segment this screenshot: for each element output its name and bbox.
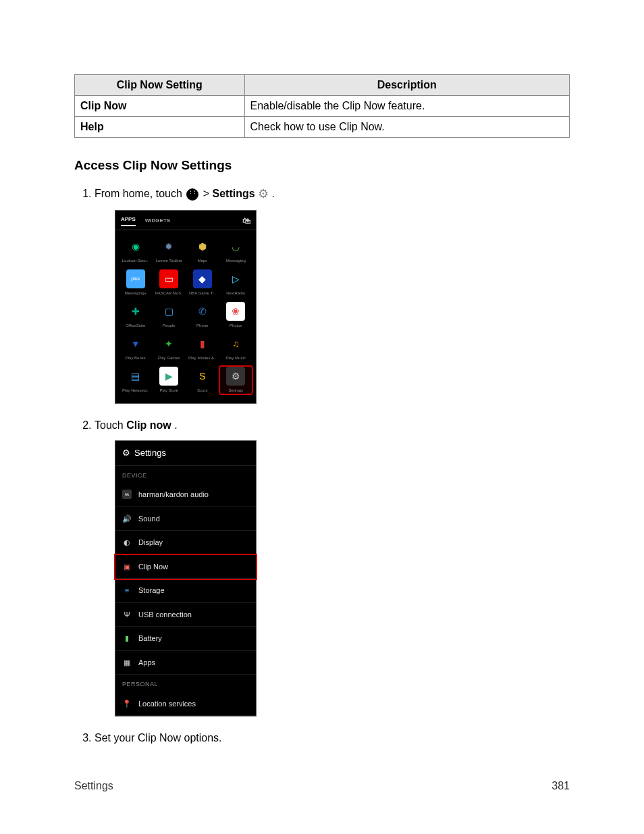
app-icon-scout[interactable]: SScout (186, 367, 219, 394)
tab-widgets[interactable]: WIDGETS (145, 217, 170, 225)
step-2: Touch Clip now . ⚙ Settings DEVICE hkhar… (95, 417, 570, 716)
app-icon-messaging-[interactable]: plusMessaging+ (119, 269, 152, 296)
app-drawer-tabs: APPS WIDGETS 🛍 (115, 211, 256, 230)
step1-pretext: From home, touch (95, 188, 185, 199)
settings-item-label: Apps (138, 657, 155, 669)
app-icon-lookout-secu-[interactable]: ◉Lookout Secu.. (119, 237, 152, 264)
app-icon-play-store[interactable]: ▶Play Store (153, 367, 186, 394)
app-label: OfficeSuite (126, 323, 145, 329)
app-label: Lumen Toolbar (155, 258, 182, 264)
settings-item-harman-kardon-audio[interactable]: hkharman/kardon audio (115, 483, 256, 507)
settings-item-label: Location services (138, 698, 196, 710)
app-label: Phone (196, 323, 208, 329)
screenshot-settings-list: ⚙ Settings DEVICE hkharman/kardon audio🔊… (115, 440, 257, 716)
app-glyph-icon: ✆ (193, 302, 212, 321)
step2-period: . (174, 419, 177, 431)
settings-item-usb-connection[interactable]: ΨUSB connection (115, 603, 256, 627)
app-icon-nascar-mob-[interactable]: ▭NASCAR Mob.. (153, 269, 186, 296)
app-glyph-icon: S (193, 367, 212, 386)
app-label: Play Store (159, 388, 178, 394)
app-icon-messaging[interactable]: ◡Messaging (220, 237, 252, 264)
shop-icon[interactable]: 🛍 (242, 215, 250, 227)
app-label: Play Movies &.. (188, 355, 216, 361)
app-label: Settings (228, 388, 243, 394)
app-icon-nextradio[interactable]: ▷NextRadio (220, 269, 252, 296)
gear-icon: ⚙ (122, 446, 130, 460)
settings-item-icon: ≡ (122, 585, 132, 595)
app-label: NBA Game Ti.. (189, 290, 216, 296)
step1-settings-word: Settings (213, 188, 255, 199)
app-glyph-icon: ◡ (226, 237, 245, 256)
settings-item-clip-now[interactable]: ▣Clip Now (115, 555, 256, 579)
app-glyph-icon: plus (126, 269, 145, 288)
app-icon-maps[interactable]: ⬢Maps (186, 237, 219, 264)
app-glyph-icon: ▢ (159, 302, 178, 321)
tab-apps[interactable]: APPS (121, 215, 136, 226)
settings-item-icon: ◐ (122, 538, 132, 547)
step-1: From home, touch > Settings ⚙ . APPS WID… (95, 185, 570, 404)
app-icon-play-music[interactable]: ♫Play Music (220, 334, 252, 361)
settings-item-location-services[interactable]: 📍Location services (115, 692, 256, 716)
app-icon-settings[interactable]: ⚙Settings (220, 367, 252, 394)
settings-item-icon: 🔊 (122, 514, 132, 523)
footer-page-number: 381 (552, 780, 570, 792)
settings-item-label: Sound (138, 513, 160, 525)
app-icon-play-games[interactable]: ✦Play Games (153, 334, 186, 361)
settings-item-sound[interactable]: 🔊Sound (115, 507, 256, 531)
settings-item-icon: hk (122, 490, 132, 499)
app-icon-play-movies-[interactable]: ▮Play Movies &.. (186, 334, 219, 361)
settings-item-icon: Ψ (122, 610, 132, 619)
app-glyph-icon: ▶ (159, 367, 178, 386)
col-header-description: Description (244, 75, 569, 96)
app-glyph-icon: ▮ (193, 334, 212, 353)
cell-description: Enable/disable the Clip Now feature. (244, 96, 569, 117)
app-icon-people[interactable]: ▢People (153, 302, 186, 329)
settings-item-label: harman/kardon audio (138, 489, 209, 500)
app-label: Play Games (158, 355, 180, 361)
footer-section-label: Settings (74, 780, 113, 792)
col-header-setting: Clip Now Setting (75, 75, 245, 96)
app-label: Messaging (226, 258, 246, 264)
app-label: Photos (230, 323, 242, 329)
app-glyph-icon: ⚙ (226, 367, 245, 386)
step-3: Set your Clip Now options. (95, 730, 570, 746)
settings-header: ⚙ Settings (115, 441, 256, 466)
settings-gear-icon: ⚙ (258, 185, 269, 203)
cell-setting: Help (75, 117, 245, 138)
settings-item-icon: ▣ (122, 562, 132, 571)
app-icon-phone[interactable]: ✆Phone (186, 302, 219, 329)
settings-item-icon: ▦ (122, 658, 132, 667)
table-row: Help Check how to use Clip Now. (75, 117, 570, 138)
section-personal: PERSONAL (115, 675, 256, 692)
app-icon-play-newssta-[interactable]: ▤Play Newssta.. (119, 367, 152, 394)
settings-item-battery[interactable]: ▮Battery (115, 627, 256, 651)
app-icon-lumen-toolbar[interactable]: ✹Lumen Toolbar (153, 237, 186, 264)
app-icon-officesuite[interactable]: ✚OfficeSuite (119, 302, 152, 329)
app-glyph-icon: ▷ (226, 269, 245, 288)
step2-bold: Clip now (126, 419, 171, 431)
app-label: Play Newssta.. (122, 388, 149, 394)
settings-item-label: Battery (138, 633, 162, 644)
app-glyph-icon: ✦ (159, 334, 178, 353)
app-label: Lookout Secu.. (122, 258, 149, 264)
page-footer: Settings 381 (74, 780, 570, 792)
settings-item-icon: ▮ (122, 633, 132, 643)
app-glyph-icon: ◆ (193, 269, 212, 288)
app-icon-photos[interactable]: ❀Photos (220, 302, 252, 329)
app-label: Play Books (126, 355, 146, 361)
app-glyph-icon: ▤ (126, 367, 145, 386)
settings-item-display[interactable]: ◐Display (115, 531, 256, 555)
app-icon-play-books[interactable]: ▼Play Books (119, 334, 152, 361)
cell-description: Check how to use Clip Now. (244, 117, 569, 138)
app-icon-nba-game-ti-[interactable]: ◆NBA Game Ti.. (186, 269, 219, 296)
app-glyph-icon: ⬢ (193, 237, 212, 256)
app-label: Messaging+ (124, 290, 146, 296)
settings-item-label: Storage (138, 585, 165, 596)
apps-drawer-icon (186, 188, 198, 201)
settings-item-storage[interactable]: ≡Storage (115, 579, 256, 603)
table-row: Clip Now Enable/disable the Clip Now fea… (75, 96, 570, 117)
clip-now-settings-table: Clip Now Setting Description Clip Now En… (74, 74, 570, 138)
settings-item-label: Display (138, 537, 163, 548)
settings-item-apps[interactable]: ▦Apps (115, 651, 256, 675)
steps-list: From home, touch > Settings ⚙ . APPS WID… (74, 185, 570, 746)
